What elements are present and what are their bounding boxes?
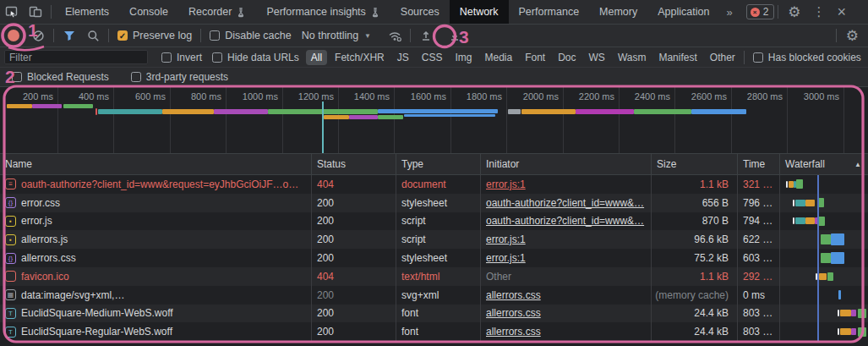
filter-type-doc[interactable]: Doc [553,50,581,65]
third-party-requests-checkbox[interactable]: 3rd-party requests [126,71,233,83]
divider [51,5,52,19]
network-settings-gear-icon[interactable]: ⚙ [840,27,865,45]
column-header-status[interactable]: Status [311,154,396,174]
device-toolbar-icon[interactable] [24,2,47,22]
tab-memory[interactable]: Memory [589,0,647,24]
tab-sources[interactable]: Sources [390,0,450,24]
has-blocked-cookies-label: Has blocked cookies [768,52,861,63]
inspect-element-icon[interactable] [0,2,24,22]
type-cell: svg+xml [396,286,480,305]
settings-gear-icon[interactable]: ⚙ [782,3,806,21]
throttling-dropdown[interactable]: No throttling ▼ [297,30,376,41]
filter-type-all[interactable]: All [306,50,327,65]
filter-type-fetch-xhr[interactable]: Fetch/XHR [330,50,390,65]
invert-checkbox[interactable]: Invert [156,52,207,63]
network-conditions-icon[interactable] [383,25,407,46]
tab-performance[interactable]: Performance [509,0,590,24]
name-cell[interactable]: ▪error.js [0,212,311,231]
initiator-link[interactable]: oauth-authorize?client_id=www&… [486,197,644,209]
filter-type-other[interactable]: Other [705,50,740,65]
timeline-request-bar [162,109,214,114]
initiator-link[interactable]: allerrors.css [486,326,541,338]
waterfall-segment [838,310,839,316]
name-cell[interactable]: TEuclidSquare-Regular-WebS.woff [0,322,311,341]
initiator-link[interactable]: error.js:1 [486,233,526,245]
filter-funnel-icon[interactable] [57,25,81,46]
request-row[interactable]: ▦data:image/svg+xml,…200svg+xmlallerrors… [0,286,868,305]
filter-type-manifest[interactable]: Manifest [653,50,701,65]
waterfall-cell[interactable] [779,249,868,267]
filter-type-media[interactable]: Media [479,50,517,65]
export-har-icon[interactable] [443,25,467,46]
waterfall-cell[interactable] [779,267,868,286]
initiator-link[interactable]: oauth-authorize?client_id=www&… [486,215,644,227]
tab-recorder[interactable]: Recorder [178,0,256,24]
tab-performance-insights[interactable]: Performance insights [256,0,390,24]
waterfall-cell[interactable] [779,212,868,231]
waterfall-cell[interactable] [779,230,868,249]
kebab-menu-icon[interactable]: ⋮ [807,4,832,19]
import-har-icon[interactable] [414,25,438,46]
waterfall-segment [840,328,851,335]
waterfall-cell[interactable] [779,322,868,341]
request-row[interactable]: favicon.ico404text/htmlOther1.1 kB292 … [0,267,868,286]
name-cell[interactable]: ≡oauth-authorize?client_id=www&request=e… [0,175,311,194]
tab-console[interactable]: Console [119,0,178,24]
request-row[interactable]: ▪error.js200scriptoauth-authorize?client… [0,212,868,231]
initiator-link[interactable]: allerrors.css [486,289,541,301]
column-header-waterfall[interactable]: Waterfall▲ [779,154,868,174]
filter-type-img[interactable]: Img [450,50,477,65]
waterfall-cell[interactable] [779,175,868,194]
filter-type-js[interactable]: JS [392,50,414,65]
timeline-request-bar [378,109,498,113]
waterfall-cell[interactable] [779,305,868,323]
has-blocked-cookies-checkbox[interactable]: Has blocked cookies [748,52,866,63]
request-row[interactable]: TEuclidSquare-Medium-WebS.woff200fontall… [0,305,868,323]
name-cell[interactable]: ▪allerrors.js [0,230,311,249]
blocked-requests-checkbox[interactable]: Blocked Requests [7,71,114,83]
initiator-link[interactable]: allerrors.css [486,307,541,319]
checkbox-checked-icon: ✓ [117,30,128,41]
column-header-initiator[interactable]: Initiator [480,154,651,174]
timeline-tick-label: 200 ms [0,91,53,102]
name-cell[interactable]: favicon.ico [0,267,311,286]
close-devtools-icon[interactable]: × [832,3,853,21]
name-cell[interactable]: {}allerrors.css [0,249,311,267]
preserve-log-checkbox[interactable]: ✓ Preserve log [112,30,197,41]
record-network-log-button[interactable] [8,30,19,41]
waterfall-cell[interactable] [779,194,868,212]
clear-network-log-icon[interactable] [26,25,50,46]
disable-cache-checkbox[interactable]: Disable cache [205,30,297,41]
tab-label: Console [129,6,168,18]
initiator-link[interactable]: error.js:1 [486,252,526,264]
initiator-link[interactable]: error.js:1 [486,178,526,190]
request-row[interactable]: TEuclidSquare-Regular-WebS.woff200fontal… [0,322,868,341]
column-header-size[interactable]: Size [651,154,737,174]
tab-elements[interactable]: Elements [55,0,119,24]
search-icon[interactable] [81,25,105,46]
name-cell[interactable]: ▦data:image/svg+xml,… [0,286,311,305]
filter-input[interactable] [4,50,148,64]
column-header-time[interactable]: Time [737,154,779,174]
request-row[interactable]: {}error.css200stylesheetoauth-authorize?… [0,194,868,212]
waterfall-cell[interactable] [779,286,868,305]
more-tabs-icon[interactable]: » [719,6,739,19]
tab-application[interactable]: Application [647,0,719,24]
column-header-name[interactable]: Name [0,154,311,174]
hide-data-urls-checkbox[interactable]: Hide data URLs [207,52,304,63]
time-value: 803 … [743,307,772,319]
tab-network[interactable]: Network [450,0,509,24]
request-row[interactable]: {}allerrors.css200stylesheeterror.js:175… [0,249,868,267]
request-row[interactable]: ▪allerrors.js200scripterror.js:196.6 kB6… [0,230,868,249]
error-count-badge[interactable]: × 2 [746,4,775,19]
hide-data-urls-label: Hide data URLs [227,52,299,63]
filter-type-wasm[interactable]: Wasm [613,50,652,65]
filter-type-font[interactable]: Font [520,50,550,65]
name-cell[interactable]: {}error.css [0,194,311,212]
column-header-type[interactable]: Type [396,154,480,174]
network-overview-timeline[interactable]: 200 ms400 ms600 ms800 ms1000 ms1200 ms14… [0,87,868,154]
filter-type-ws[interactable]: WS [584,50,610,65]
name-cell[interactable]: TEuclidSquare-Medium-WebS.woff [0,305,311,323]
filter-type-css[interactable]: CSS [417,50,448,65]
request-row[interactable]: ≡oauth-authorize?client_id=www&request=e… [0,175,868,194]
